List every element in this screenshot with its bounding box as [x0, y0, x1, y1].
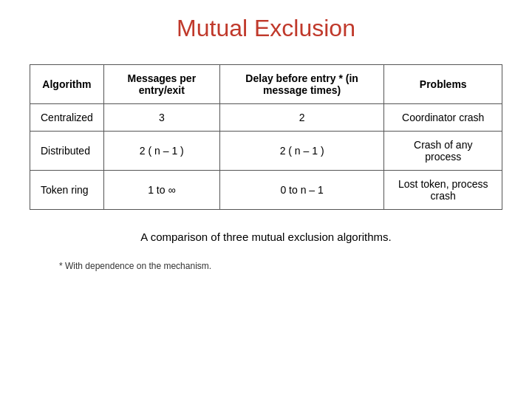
cell-problems-2: Lost token, process crash [384, 171, 502, 210]
table-row: Token ring1 to ∞0 to n – 1Lost token, pr… [30, 171, 502, 210]
cell-messages-0: 3 [103, 104, 219, 132]
cell-messages-1: 2 ( n – 1 ) [103, 132, 219, 171]
col-header-delay: Delay before entry * (in message times) [219, 65, 384, 104]
comparison-table: Algorithm Messages per entry/exit Delay … [30, 64, 502, 210]
col-header-problems: Problems [384, 65, 502, 104]
cell-delay-0: 2 [219, 104, 384, 132]
table-header-row: Algorithm Messages per entry/exit Delay … [30, 65, 502, 104]
cell-algorithm-2: Token ring [30, 171, 104, 210]
comparison-table-container: Algorithm Messages per entry/exit Delay … [30, 64, 502, 210]
cell-algorithm-1: Distributed [30, 132, 104, 171]
cell-problems-1: Crash of any process [384, 132, 502, 171]
cell-messages-2: 1 to ∞ [103, 171, 219, 210]
table-caption: A comparison of three mutual exclusion a… [140, 231, 391, 243]
cell-problems-0: Coordinator crash [384, 104, 502, 132]
cell-delay-2: 0 to n – 1 [219, 171, 384, 210]
col-header-messages: Messages per entry/exit [103, 65, 219, 104]
table-row: Distributed2 ( n – 1 )2 ( n – 1 )Crash o… [30, 132, 502, 171]
cell-delay-1: 2 ( n – 1 ) [219, 132, 384, 171]
page-title: Mutual Exclusion [177, 15, 355, 42]
cell-algorithm-0: Centralized [30, 104, 104, 132]
table-row: Centralized32Coordinator crash [30, 104, 502, 132]
col-header-algorithm: Algorithm [30, 65, 104, 104]
footnote: * With dependence on the mechanism. [59, 261, 211, 271]
